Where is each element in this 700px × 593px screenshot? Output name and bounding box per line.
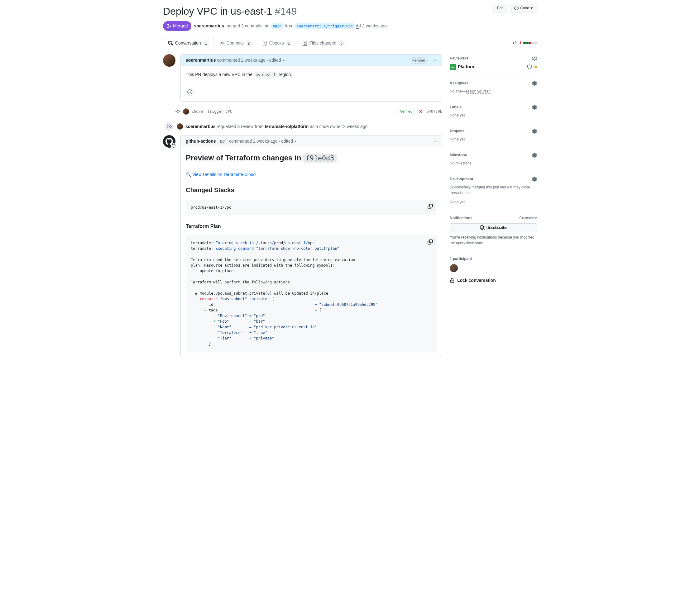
tab-files-changed[interactable]: Files changed 3 xyxy=(297,37,350,49)
copy-icon xyxy=(428,204,433,209)
pr-header: Deploy VPC in us-east-1 #149 Edit Code xyxy=(163,0,537,19)
avatar[interactable] xyxy=(163,54,176,67)
comment-author-name[interactable]: soerenmartius xyxy=(186,57,216,63)
milestone-title: Milestone xyxy=(450,152,467,158)
participants-title: 1 participant xyxy=(450,256,472,262)
caret-down-icon[interactable] xyxy=(294,141,297,142)
gear-icon[interactable] xyxy=(532,129,537,133)
status-row: Merged soerenmartius merged 2 commits in… xyxy=(163,21,537,31)
smiley-icon xyxy=(187,89,192,94)
changed-stacks-heading: Changed Stacks xyxy=(186,185,437,195)
commit-event: chore: trigger VPC Verified ✕ b40770b xyxy=(176,107,442,116)
comment-author: soerenmartius commented 2 weeks ago · ed… xyxy=(163,54,442,102)
comment-bot: github-actions bot commented 2 weeks ago… xyxy=(163,135,442,357)
copy-icon xyxy=(428,239,433,244)
commit-message[interactable]: chore: trigger VPC xyxy=(192,109,232,114)
merged-badge: Merged xyxy=(163,21,191,31)
merge-time: 2 weeks ago xyxy=(362,23,387,29)
bot-badge: bot xyxy=(218,139,228,144)
copy-icon[interactable] xyxy=(356,24,361,29)
github-actions-avatar[interactable] xyxy=(163,135,176,148)
notifications-title: Notifications xyxy=(450,215,473,221)
pr-title-row: Deploy VPC in us-east-1 #149 xyxy=(163,4,297,19)
checklist-icon xyxy=(262,41,267,46)
head-branch[interactable]: soerenmartius/trigger-vpc xyxy=(295,23,355,29)
tab-checks[interactable]: Checks 1 xyxy=(257,37,297,49)
projects-title: Projects xyxy=(450,128,465,134)
review-status-dot xyxy=(535,66,537,68)
comment-author-name[interactable]: github-actions xyxy=(186,139,216,144)
commit-sha[interactable]: b40770b xyxy=(427,109,442,114)
diffstat: +2 −1 xyxy=(512,40,537,49)
reviewer-row[interactable]: ▬ Platform xyxy=(450,64,537,70)
code-icon xyxy=(514,6,519,11)
gear-icon[interactable] xyxy=(532,176,537,182)
details-link[interactable]: View Details on Terramate Cloud xyxy=(192,172,256,177)
team-avatar: ▬ xyxy=(450,64,456,70)
unsubscribe-button[interactable]: Unsubscribe xyxy=(450,223,537,232)
development-title: Development xyxy=(450,176,473,182)
pr-title: Deploy VPC in us-east-1 xyxy=(163,4,272,19)
member-badge: Member xyxy=(409,57,428,64)
gear-icon[interactable] xyxy=(532,56,537,61)
tab-nav: Conversation 1 Commits 2 Checks 1 Files … xyxy=(163,37,537,49)
bell-slash-icon xyxy=(480,225,485,230)
lock-icon xyxy=(450,278,455,283)
shield-icon xyxy=(527,65,532,70)
add-reaction-button[interactable] xyxy=(186,88,194,96)
merge-icon xyxy=(167,24,172,29)
status-fail-icon[interactable]: ✕ xyxy=(419,108,422,115)
caret-down-icon xyxy=(530,7,533,9)
labels-title: Labels xyxy=(450,104,462,110)
gear-icon[interactable] xyxy=(532,153,537,158)
caret-down-icon[interactable] xyxy=(282,60,285,62)
reviewers-title: Reviewers xyxy=(450,55,468,61)
changed-stacks-code: prod/us-east-1/vpc xyxy=(186,200,437,215)
svg-point-0 xyxy=(172,145,175,147)
terraform-plan-heading: Terraform Plan xyxy=(186,223,437,230)
assign-yourself-link[interactable]: assign yourself xyxy=(466,89,490,94)
edit-button[interactable]: Edit xyxy=(493,4,508,12)
tab-commits[interactable]: Commits 2 xyxy=(214,37,257,49)
base-branch[interactable]: main xyxy=(271,23,284,29)
commits-icon xyxy=(220,41,225,46)
kebab-menu[interactable]: ··· xyxy=(431,57,437,64)
kebab-menu[interactable]: ··· xyxy=(431,138,437,145)
comment-discussion-icon xyxy=(168,41,173,46)
gear-icon[interactable] xyxy=(532,105,537,110)
avatar[interactable] xyxy=(183,108,189,115)
eye-icon xyxy=(167,124,172,129)
copy-button[interactable] xyxy=(426,202,435,211)
code-dropdown-button[interactable]: Code xyxy=(510,4,537,12)
customize-link[interactable]: Customize xyxy=(519,215,537,221)
participant-avatar[interactable] xyxy=(450,264,458,272)
pr-number: #149 xyxy=(274,4,297,19)
sidebar: Reviewers ▬ Platform xyxy=(450,54,537,362)
review-request-event: soerenmartius requested a review from te… xyxy=(168,121,442,131)
assignees-title: Assignees xyxy=(450,80,469,86)
avatar[interactable] xyxy=(177,123,183,129)
commit-dot-icon xyxy=(176,109,180,114)
bot-heading: Preview of Terraform changes in f91e0d3 xyxy=(186,152,437,166)
comment-body: This PR deploys a new VPC in the us-east… xyxy=(186,71,437,78)
merge-author[interactable]: soerenmartius xyxy=(194,23,224,29)
file-diff-icon xyxy=(302,41,307,46)
copy-button[interactable] xyxy=(426,238,435,246)
lock-conversation-button[interactable]: Lock conversation xyxy=(450,277,537,284)
verified-badge[interactable]: Verified xyxy=(397,108,415,115)
tab-conversation[interactable]: Conversation 1 xyxy=(163,37,214,49)
gear-icon[interactable] xyxy=(532,81,537,86)
terraform-plan-code: terramate: Entering stack in /stacks/pro… xyxy=(186,235,437,352)
